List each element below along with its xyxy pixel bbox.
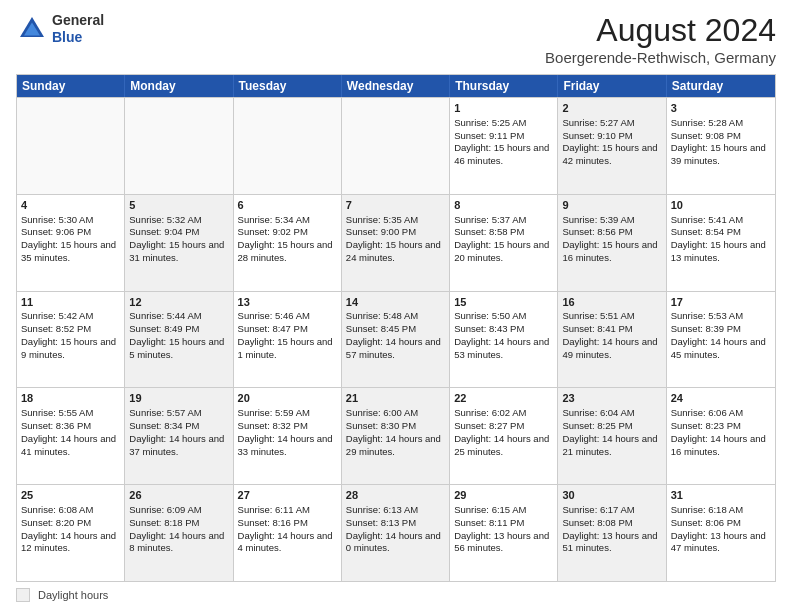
- cal-cell-4-1: 26Sunrise: 6:09 AM Sunset: 8:18 PM Dayli…: [125, 485, 233, 581]
- day-number: 14: [346, 295, 445, 310]
- day-number: 30: [562, 488, 661, 503]
- day-number: 22: [454, 391, 553, 406]
- day-info: Sunrise: 5:27 AM Sunset: 9:10 PM Dayligh…: [562, 117, 660, 166]
- weekday-header-friday: Friday: [558, 75, 666, 97]
- calendar-row-4: 25Sunrise: 6:08 AM Sunset: 8:20 PM Dayli…: [17, 484, 775, 581]
- cal-cell-0-0: [17, 98, 125, 194]
- day-number: 17: [671, 295, 771, 310]
- day-info: Sunrise: 5:35 AM Sunset: 9:00 PM Dayligh…: [346, 214, 444, 263]
- cal-cell-4-4: 29Sunrise: 6:15 AM Sunset: 8:11 PM Dayli…: [450, 485, 558, 581]
- weekday-header-wednesday: Wednesday: [342, 75, 450, 97]
- day-info: Sunrise: 5:53 AM Sunset: 8:39 PM Dayligh…: [671, 310, 769, 359]
- cal-cell-1-3: 7Sunrise: 5:35 AM Sunset: 9:00 PM Daylig…: [342, 195, 450, 291]
- day-number: 9: [562, 198, 661, 213]
- cal-cell-4-6: 31Sunrise: 6:18 AM Sunset: 8:06 PM Dayli…: [667, 485, 775, 581]
- day-number: 7: [346, 198, 445, 213]
- day-info: Sunrise: 6:09 AM Sunset: 8:18 PM Dayligh…: [129, 504, 227, 553]
- page: General Blue August 2024 Boergerende-Ret…: [0, 0, 792, 612]
- day-number: 10: [671, 198, 771, 213]
- day-info: Sunrise: 5:51 AM Sunset: 8:41 PM Dayligh…: [562, 310, 660, 359]
- cal-cell-2-1: 12Sunrise: 5:44 AM Sunset: 8:49 PM Dayli…: [125, 292, 233, 388]
- cal-cell-0-1: [125, 98, 233, 194]
- day-number: 6: [238, 198, 337, 213]
- day-number: 31: [671, 488, 771, 503]
- day-info: Sunrise: 6:18 AM Sunset: 8:06 PM Dayligh…: [671, 504, 769, 553]
- day-info: Sunrise: 6:13 AM Sunset: 8:13 PM Dayligh…: [346, 504, 444, 553]
- cal-cell-0-4: 1Sunrise: 5:25 AM Sunset: 9:11 PM Daylig…: [450, 98, 558, 194]
- day-number: 20: [238, 391, 337, 406]
- footer: Daylight hours: [16, 588, 776, 602]
- day-number: 19: [129, 391, 228, 406]
- cal-cell-2-4: 15Sunrise: 5:50 AM Sunset: 8:43 PM Dayli…: [450, 292, 558, 388]
- cal-cell-1-4: 8Sunrise: 5:37 AM Sunset: 8:58 PM Daylig…: [450, 195, 558, 291]
- day-info: Sunrise: 5:57 AM Sunset: 8:34 PM Dayligh…: [129, 407, 227, 456]
- day-number: 25: [21, 488, 120, 503]
- cal-cell-3-2: 20Sunrise: 5:59 AM Sunset: 8:32 PM Dayli…: [234, 388, 342, 484]
- cal-cell-3-1: 19Sunrise: 5:57 AM Sunset: 8:34 PM Dayli…: [125, 388, 233, 484]
- day-info: Sunrise: 5:30 AM Sunset: 9:06 PM Dayligh…: [21, 214, 119, 263]
- day-number: 26: [129, 488, 228, 503]
- cal-cell-1-6: 10Sunrise: 5:41 AM Sunset: 8:54 PM Dayli…: [667, 195, 775, 291]
- calendar-header: SundayMondayTuesdayWednesdayThursdayFrid…: [17, 75, 775, 97]
- day-info: Sunrise: 5:48 AM Sunset: 8:45 PM Dayligh…: [346, 310, 444, 359]
- cal-cell-0-2: [234, 98, 342, 194]
- calendar-body: 1Sunrise: 5:25 AM Sunset: 9:11 PM Daylig…: [17, 97, 775, 581]
- cal-cell-3-4: 22Sunrise: 6:02 AM Sunset: 8:27 PM Dayli…: [450, 388, 558, 484]
- day-info: Sunrise: 5:34 AM Sunset: 9:02 PM Dayligh…: [238, 214, 336, 263]
- calendar-row-3: 18Sunrise: 5:55 AM Sunset: 8:36 PM Dayli…: [17, 387, 775, 484]
- calendar-row-0: 1Sunrise: 5:25 AM Sunset: 9:11 PM Daylig…: [17, 97, 775, 194]
- cal-cell-4-3: 28Sunrise: 6:13 AM Sunset: 8:13 PM Dayli…: [342, 485, 450, 581]
- cal-cell-1-2: 6Sunrise: 5:34 AM Sunset: 9:02 PM Daylig…: [234, 195, 342, 291]
- cal-cell-2-5: 16Sunrise: 5:51 AM Sunset: 8:41 PM Dayli…: [558, 292, 666, 388]
- day-number: 23: [562, 391, 661, 406]
- day-number: 18: [21, 391, 120, 406]
- cal-cell-2-3: 14Sunrise: 5:48 AM Sunset: 8:45 PM Dayli…: [342, 292, 450, 388]
- day-number: 5: [129, 198, 228, 213]
- day-number: 13: [238, 295, 337, 310]
- day-number: 21: [346, 391, 445, 406]
- day-info: Sunrise: 5:37 AM Sunset: 8:58 PM Dayligh…: [454, 214, 552, 263]
- day-info: Sunrise: 5:44 AM Sunset: 8:49 PM Dayligh…: [129, 310, 227, 359]
- cal-cell-0-6: 3Sunrise: 5:28 AM Sunset: 9:08 PM Daylig…: [667, 98, 775, 194]
- day-info: Sunrise: 5:28 AM Sunset: 9:08 PM Dayligh…: [671, 117, 769, 166]
- day-info: Sunrise: 6:06 AM Sunset: 8:23 PM Dayligh…: [671, 407, 769, 456]
- cal-cell-1-1: 5Sunrise: 5:32 AM Sunset: 9:04 PM Daylig…: [125, 195, 233, 291]
- day-info: Sunrise: 6:11 AM Sunset: 8:16 PM Dayligh…: [238, 504, 336, 553]
- day-number: 28: [346, 488, 445, 503]
- day-number: 15: [454, 295, 553, 310]
- cal-cell-1-0: 4Sunrise: 5:30 AM Sunset: 9:06 PM Daylig…: [17, 195, 125, 291]
- logo: General Blue: [16, 12, 104, 46]
- month-year: August 2024: [545, 12, 776, 49]
- calendar-row-1: 4Sunrise: 5:30 AM Sunset: 9:06 PM Daylig…: [17, 194, 775, 291]
- cal-cell-3-0: 18Sunrise: 5:55 AM Sunset: 8:36 PM Dayli…: [17, 388, 125, 484]
- cal-cell-4-0: 25Sunrise: 6:08 AM Sunset: 8:20 PM Dayli…: [17, 485, 125, 581]
- cal-cell-0-3: [342, 98, 450, 194]
- title-block: August 2024 Boergerende-Rethwisch, Germa…: [545, 12, 776, 66]
- weekday-header-saturday: Saturday: [667, 75, 775, 97]
- weekday-header-monday: Monday: [125, 75, 233, 97]
- day-number: 3: [671, 101, 771, 116]
- day-info: Sunrise: 6:00 AM Sunset: 8:30 PM Dayligh…: [346, 407, 444, 456]
- day-info: Sunrise: 5:32 AM Sunset: 9:04 PM Dayligh…: [129, 214, 227, 263]
- day-info: Sunrise: 6:17 AM Sunset: 8:08 PM Dayligh…: [562, 504, 660, 553]
- day-number: 1: [454, 101, 553, 116]
- day-info: Sunrise: 5:46 AM Sunset: 8:47 PM Dayligh…: [238, 310, 336, 359]
- day-number: 24: [671, 391, 771, 406]
- day-info: Sunrise: 5:39 AM Sunset: 8:56 PM Dayligh…: [562, 214, 660, 263]
- day-info: Sunrise: 6:08 AM Sunset: 8:20 PM Dayligh…: [21, 504, 119, 553]
- cal-cell-1-5: 9Sunrise: 5:39 AM Sunset: 8:56 PM Daylig…: [558, 195, 666, 291]
- cal-cell-2-6: 17Sunrise: 5:53 AM Sunset: 8:39 PM Dayli…: [667, 292, 775, 388]
- calendar-row-2: 11Sunrise: 5:42 AM Sunset: 8:52 PM Dayli…: [17, 291, 775, 388]
- weekday-header-tuesday: Tuesday: [234, 75, 342, 97]
- legend-label: Daylight hours: [38, 589, 108, 601]
- day-info: Sunrise: 6:02 AM Sunset: 8:27 PM Dayligh…: [454, 407, 552, 456]
- cal-cell-0-5: 2Sunrise: 5:27 AM Sunset: 9:10 PM Daylig…: [558, 98, 666, 194]
- day-info: Sunrise: 5:42 AM Sunset: 8:52 PM Dayligh…: [21, 310, 119, 359]
- day-info: Sunrise: 5:55 AM Sunset: 8:36 PM Dayligh…: [21, 407, 119, 456]
- day-info: Sunrise: 5:41 AM Sunset: 8:54 PM Dayligh…: [671, 214, 769, 263]
- cal-cell-4-2: 27Sunrise: 6:11 AM Sunset: 8:16 PM Dayli…: [234, 485, 342, 581]
- cal-cell-3-3: 21Sunrise: 6:00 AM Sunset: 8:30 PM Dayli…: [342, 388, 450, 484]
- header: General Blue August 2024 Boergerende-Ret…: [16, 12, 776, 66]
- day-info: Sunrise: 5:50 AM Sunset: 8:43 PM Dayligh…: [454, 310, 552, 359]
- cal-cell-2-2: 13Sunrise: 5:46 AM Sunset: 8:47 PM Dayli…: [234, 292, 342, 388]
